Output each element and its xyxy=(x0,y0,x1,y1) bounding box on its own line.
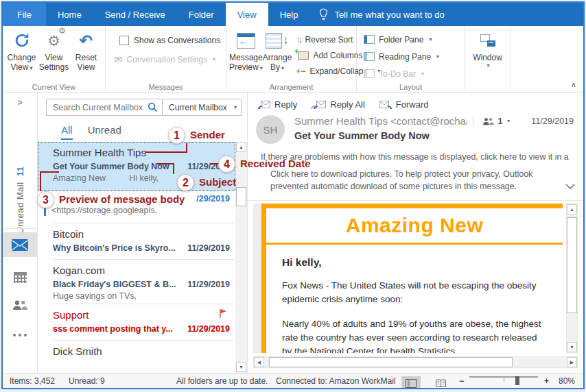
change-view-button[interactable]: Change View▾ xyxy=(5,28,38,72)
message-item[interactable]: Bitcoin Why Bitcoin's Price is Skyro...1… xyxy=(38,223,235,259)
search-placeholder: Search Current Mailbox xyxy=(53,103,148,112)
received-date: 11/29/2019 xyxy=(531,117,574,126)
scroll-down-icon[interactable]: ▼ xyxy=(236,362,246,372)
scroll-left-icon[interactable]: ◀ xyxy=(254,357,264,367)
dropdown-arrow-icon: ▾ xyxy=(429,36,432,42)
collapse-ribbon-icon[interactable]: ∧ xyxy=(571,80,576,89)
mail-nav-button[interactable] xyxy=(3,232,37,257)
body-vscroll-thumb[interactable] xyxy=(567,217,577,313)
more-nav-button[interactable] xyxy=(3,323,37,347)
message-sender: Summer Health Tips xyxy=(53,147,230,160)
flag-icon[interactable] xyxy=(219,308,227,320)
reply-all-button[interactable]: Reply All xyxy=(311,99,365,110)
window-label: Window xyxy=(473,53,502,62)
window-button[interactable]: Window ▾ xyxy=(470,28,506,69)
folder-pane-icon xyxy=(364,35,375,44)
tab-send-receive[interactable]: Send / Receive xyxy=(93,3,177,26)
forward-label: Forward xyxy=(396,99,429,110)
nav-rail: > Unread Mail 11 xyxy=(3,93,38,373)
forward-button[interactable]: Forward xyxy=(379,99,429,110)
change-view-icon xyxy=(14,30,30,51)
list-scrollbar-thumb[interactable] xyxy=(236,187,246,206)
normal-view-button[interactable] xyxy=(401,376,421,389)
calendar-nav-button[interactable] xyxy=(3,265,37,290)
message-preview-icon xyxy=(237,33,255,49)
add-columns-icon xyxy=(298,51,309,60)
body-hscroll-thumb[interactable] xyxy=(269,357,513,367)
chevron-down-icon[interactable] xyxy=(565,180,575,193)
list-scrollbar[interactable]: ▲ ▼ xyxy=(235,142,247,373)
people-icon xyxy=(12,299,27,310)
search-input[interactable]: Search Current Mailbox xyxy=(46,99,163,116)
reply-button[interactable]: Reply xyxy=(257,99,297,110)
arrange-by-button[interactable]: ↓ Arrange By▾ xyxy=(263,28,292,72)
recipient-count[interactable]: 1 xyxy=(497,117,502,126)
dropdown-arrow-icon: ▾ xyxy=(436,53,439,60)
ribbon: Change View▾ ⚙⚙ View Settings ↶ Reset Vi… xyxy=(3,26,583,93)
message-preview-2: Hi kelly, xyxy=(129,173,159,185)
scroll-down-icon[interactable]: ▼ xyxy=(567,342,577,352)
dropdown-arrow-icon[interactable]: ▾ xyxy=(507,118,510,124)
expand-collapse-icon: +− xyxy=(296,66,305,76)
zoom-slider-thumb[interactable] xyxy=(515,376,519,385)
view-settings-button[interactable]: ⚙⚙ View Settings xyxy=(38,28,70,72)
message-item-flagged[interactable]: Support sss comment posting that y...11/… xyxy=(38,304,235,340)
tab-folder[interactable]: Folder xyxy=(177,3,226,26)
expand-folder-pane-icon[interactable]: > xyxy=(3,98,37,108)
avatar[interactable]: SH xyxy=(256,115,285,144)
tell-me-box[interactable]: Tell me what you want to do xyxy=(319,3,444,26)
message-header: SH Summer Health Tips <contact@rochaa 1 … xyxy=(248,111,583,144)
folder-pane-button[interactable]: Folder Pane▾ xyxy=(364,32,462,47)
tab-home[interactable]: Home xyxy=(46,3,93,26)
people-nav-button[interactable] xyxy=(3,293,37,317)
group-layout: Folder Pane▾ Reading Pane▾ To-Do Bar▾ La… xyxy=(357,26,465,92)
scroll-up-icon[interactable]: ▲ xyxy=(567,204,577,215)
unread-mail-shortcut[interactable]: Unread Mail 11 xyxy=(3,112,37,234)
reading-view-button[interactable] xyxy=(431,376,450,389)
annotation-label-received-date: Received Date xyxy=(240,158,311,169)
annotation-circle-1: 1 xyxy=(168,127,185,144)
recipients-icon xyxy=(482,117,494,125)
reset-view-button[interactable]: ↶ Reset View xyxy=(70,28,102,72)
add-columns-label: Add Columns xyxy=(313,51,362,60)
tab-help[interactable]: Help xyxy=(268,3,310,26)
annotation-line-sender xyxy=(145,151,187,153)
body-vertical-scrollbar[interactable]: ▲ ▼ xyxy=(566,204,578,353)
message-item[interactable]: Kogan.com Black Friday's BIGGEST & B...1… xyxy=(38,260,235,304)
reply-all-label: Reply All xyxy=(330,99,365,110)
zoom-percentage[interactable]: 80% xyxy=(559,376,575,386)
mailbox-scope-dropdown[interactable]: Current Mailbox ▾ xyxy=(163,99,242,116)
checkbox-icon xyxy=(119,36,129,45)
forward-icon xyxy=(379,100,392,110)
reading-pane-button[interactable]: Reading Pane▾ xyxy=(364,49,462,64)
group-window: Window ▾ xyxy=(465,26,511,92)
message-sender: Support xyxy=(53,309,230,322)
body-horizontal-scrollbar[interactable]: ◀ ▶ xyxy=(253,356,578,368)
message-preview-button[interactable]: Message Preview▾ xyxy=(229,28,263,72)
zoom-in-button[interactable]: + xyxy=(544,376,549,386)
unread-mail-count: 11 xyxy=(15,166,25,176)
group-arrangement: Message Preview▾ ↓ Arrange By▾ ↑↓Reverse… xyxy=(226,26,357,92)
dropdown-arrow-icon: ▾ xyxy=(487,62,489,69)
zoom-out-button[interactable]: − xyxy=(459,376,464,386)
infobar-download-pictures[interactable]: Click here to download pictures. To help… xyxy=(270,168,542,193)
message-date: 11/29/2019 xyxy=(187,323,230,335)
tab-unread[interactable]: Unread xyxy=(88,124,121,140)
folder-pane-label: Folder Pane xyxy=(379,35,423,45)
response-actions: Reply Reply All Forward xyxy=(248,93,583,111)
tab-file[interactable]: File xyxy=(3,3,46,26)
annotation-circle-2: 2 xyxy=(177,174,194,191)
todo-bar-icon xyxy=(364,69,375,78)
todo-bar-button: To-Do Bar▾ xyxy=(364,66,462,81)
show-as-conversations-checkbox[interactable]: Show as Conversations xyxy=(119,36,220,45)
annotation-label-subject: Subject xyxy=(199,176,236,188)
scroll-up-icon[interactable]: ▲ xyxy=(236,142,246,152)
message-item[interactable]: Dick Smith xyxy=(38,341,235,368)
tab-all[interactable]: All xyxy=(61,124,73,140)
message-sender: Kogan.com xyxy=(53,265,230,278)
tab-view[interactable]: View xyxy=(226,3,268,26)
message-subject: Black Friday's BIGGEST & B... xyxy=(53,279,182,291)
search-icon[interactable] xyxy=(148,102,158,112)
view-settings-icon: ⚙⚙ xyxy=(47,30,60,51)
scroll-right-icon[interactable]: ▶ xyxy=(567,357,577,367)
